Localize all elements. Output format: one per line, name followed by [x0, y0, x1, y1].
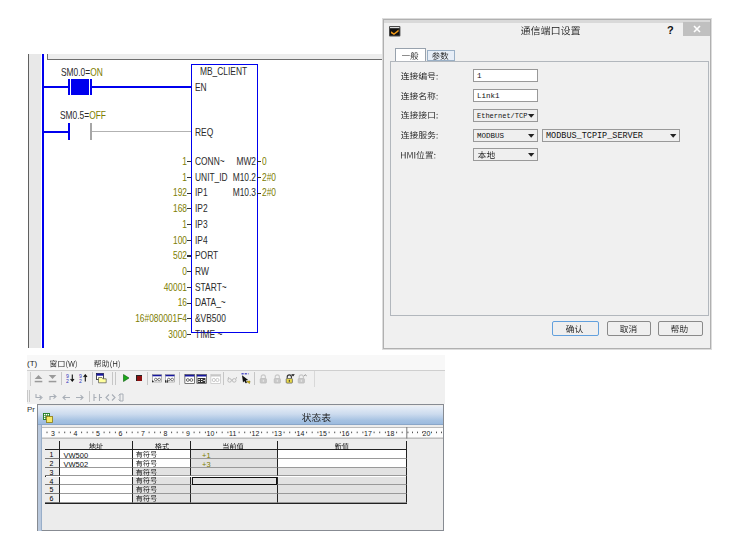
- svg-text:20: 20: [423, 430, 431, 437]
- svg-text:10: 10: [207, 430, 215, 437]
- svg-text:5: 5: [96, 430, 100, 437]
- svg-text:7: 7: [141, 430, 145, 437]
- svg-text:2: 2: [79, 378, 82, 384]
- svg-text:15: 15: [319, 430, 327, 437]
- svg-text:3: 3: [51, 430, 55, 437]
- svg-text:14: 14: [297, 430, 305, 437]
- svg-text:13: 13: [274, 430, 282, 437]
- svg-text:16: 16: [342, 430, 350, 437]
- svg-text:18: 18: [387, 430, 395, 437]
- svg-text:8: 8: [164, 430, 168, 437]
- svg-text:12: 12: [252, 430, 260, 437]
- svg-text:9: 9: [186, 430, 190, 437]
- svg-text:4: 4: [74, 430, 78, 437]
- svg-text:2: 2: [66, 378, 69, 384]
- svg-text:17: 17: [364, 430, 372, 437]
- svg-text:6: 6: [119, 430, 123, 437]
- svg-text:11: 11: [229, 430, 236, 437]
